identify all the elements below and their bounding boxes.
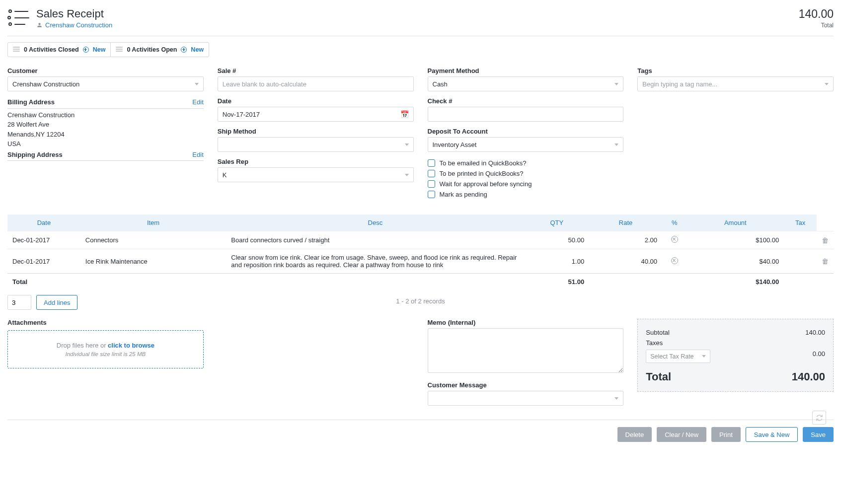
save-button[interactable]: Save <box>803 427 834 442</box>
header-total-label: Total <box>799 22 834 29</box>
row-date: Dec-01-2017 <box>7 249 80 274</box>
trash-icon: 🗑 <box>822 236 829 244</box>
new-open-activity[interactable]: New <box>191 46 204 53</box>
col-rate[interactable]: Rate <box>589 215 662 231</box>
clear-new-button[interactable]: Clear / New <box>657 427 706 442</box>
col-desc[interactable]: Desc <box>226 215 524 231</box>
calendar-icon: 📅 <box>400 110 409 118</box>
list-icon <box>116 47 123 53</box>
print-button[interactable]: Print <box>711 427 741 442</box>
date-input[interactable]: Nov-17-2017 📅 <box>218 107 414 122</box>
tax-rate-select[interactable]: Select Tax Rate <box>646 350 710 363</box>
row-tax <box>784 231 817 249</box>
delete-button[interactable]: Delete <box>617 427 652 442</box>
row-qty: 50.00 <box>524 231 589 249</box>
shipping-address-label: Shipping Address <box>7 150 63 160</box>
chevron-down-icon <box>195 83 199 85</box>
receipt-icon <box>7 8 30 27</box>
row-amount: $100.00 <box>687 231 784 249</box>
remove-icon <box>671 236 678 243</box>
col-pct[interactable]: % <box>662 215 687 231</box>
trash-icon: 🗑 <box>822 257 829 265</box>
total-value: 140.00 <box>792 370 825 383</box>
attachments-label: Attachments <box>7 319 204 326</box>
page-header: Sales Receipt Crenshaw Construction 140.… <box>7 7 834 36</box>
col-tax[interactable]: Tax <box>784 215 817 231</box>
print-checkbox[interactable]: To be printed in QuickBooks? <box>428 168 624 179</box>
refresh-button[interactable] <box>812 411 826 425</box>
list-icon <box>13 47 20 53</box>
row-date: Dec-01-2017 <box>7 231 80 249</box>
memo-textarea[interactable] <box>428 328 624 373</box>
chevron-down-icon <box>702 355 706 358</box>
billing-line: Crenshaw Construction <box>7 110 204 120</box>
row-item: Connectors <box>80 231 226 249</box>
add-line-count-input[interactable] <box>7 295 31 310</box>
billing-line: USA <box>7 139 204 149</box>
total-label: Total <box>646 370 671 383</box>
col-item[interactable]: Item <box>80 215 226 231</box>
new-closed-activity[interactable]: New <box>93 46 106 53</box>
row-desc: Board connectors curved / straight <box>226 231 524 249</box>
sales-rep-select[interactable]: K <box>218 167 414 182</box>
email-checkbox[interactable]: To be emailed in QuickBooks? <box>428 158 624 168</box>
col-qty[interactable]: QTY <box>524 215 589 231</box>
save-new-button[interactable]: Save & New <box>746 427 798 442</box>
footer-actions: Delete Clear / New Print Save & New Save <box>7 420 834 442</box>
table-total-qty: 51.00 <box>524 274 589 290</box>
chevron-down-icon <box>405 174 409 176</box>
records-info: 1 - 2 of 2 records <box>7 297 834 305</box>
billing-line: Menands,NY 12204 <box>7 130 204 140</box>
deposit-account-select[interactable]: Inventory Asset <box>428 137 624 152</box>
approval-checkbox[interactable]: Wait for approval before syncing <box>428 179 624 189</box>
table-row[interactable]: Dec-01-2017ConnectorsBoard connectors cu… <box>7 231 834 249</box>
pending-checkbox[interactable]: Mark as pending <box>428 189 624 200</box>
chevron-down-icon <box>614 83 618 85</box>
line-items-table: Date Item Desc QTY Rate % Amount Tax Dec… <box>7 215 834 290</box>
ship-method-select[interactable] <box>218 137 414 152</box>
payment-method-select[interactable]: Cash <box>428 76 624 91</box>
row-pct-remove[interactable] <box>662 231 687 249</box>
row-delete[interactable]: 🗑 <box>817 231 834 249</box>
activities-closed-tab[interactable]: 0 Activities Closed New <box>7 42 111 57</box>
check-number-input[interactable] <box>428 107 624 122</box>
plus-icon <box>83 47 89 53</box>
row-item: Ice Rink Maintenance <box>80 249 226 274</box>
row-rate: 2.00 <box>589 231 662 249</box>
edit-shipping-link[interactable]: Edit <box>192 150 203 160</box>
table-total-label: Total <box>7 274 80 290</box>
row-tax <box>784 249 817 274</box>
subtotal-value: 140.00 <box>805 329 825 336</box>
person-icon <box>36 22 43 28</box>
billing-line: 28 Wolfert Ave <box>7 120 204 130</box>
chevron-down-icon <box>614 144 618 146</box>
plus-icon <box>181 47 187 53</box>
browse-link[interactable]: click to browse <box>108 342 154 349</box>
activities-open-tab[interactable]: 0 Activities Open New <box>111 42 209 57</box>
add-lines-button[interactable]: Add lines <box>36 295 77 310</box>
row-pct-remove[interactable] <box>662 249 687 274</box>
customer-field: Customer Crenshaw Construction <box>7 67 204 91</box>
attachments-dropzone[interactable]: Drop files here or click to browse Indiv… <box>7 330 204 368</box>
row-qty: 1.00 <box>524 249 589 274</box>
tags-input[interactable]: Begin typing a tag name... <box>637 76 834 91</box>
billing-address-label: Billing Address <box>7 97 55 107</box>
table-row[interactable]: Dec-01-2017Ice Rink MaintenanceClear sno… <box>7 249 834 274</box>
customer-select[interactable]: Crenshaw Construction <box>7 76 204 91</box>
sale-number-input[interactable]: Leave blank to auto-calculate <box>218 76 414 91</box>
chevron-down-icon <box>614 397 618 400</box>
refresh-icon <box>816 414 823 422</box>
row-delete[interactable]: 🗑 <box>817 249 834 274</box>
col-amount[interactable]: Amount <box>687 215 784 231</box>
taxes-value: 0.00 <box>813 339 825 358</box>
table-total-amount: $140.00 <box>687 274 784 290</box>
customer-breadcrumb-link[interactable]: Crenshaw Construction <box>36 21 112 29</box>
taxes-label: Taxes <box>646 339 710 347</box>
page-title: Sales Receipt <box>36 7 112 20</box>
row-rate: 40.00 <box>589 249 662 274</box>
edit-billing-link[interactable]: Edit <box>192 97 203 107</box>
header-total-value: 140.00 <box>799 7 834 21</box>
col-date[interactable]: Date <box>7 215 80 231</box>
totals-panel: Subtotal 140.00 Taxes Select Tax Rate 0.… <box>637 319 834 392</box>
customer-message-select[interactable] <box>428 391 624 406</box>
